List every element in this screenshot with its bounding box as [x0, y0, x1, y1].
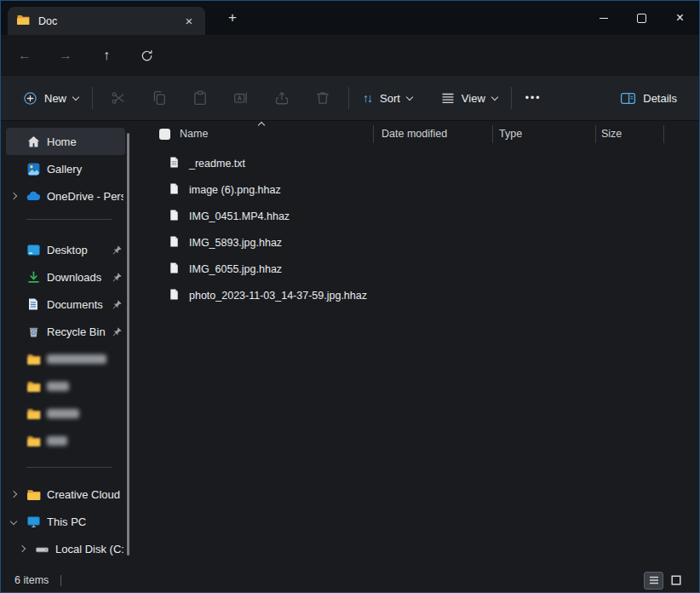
sidebar-item-creative-cloud[interactable]: Creative Cloud F [6, 481, 125, 508]
sidebar-item-recycle-bin[interactable]: Recycle Bin [6, 318, 125, 345]
more-dots-icon: ••• [525, 92, 542, 104]
onedrive-cloud-icon [25, 188, 42, 204]
chevron-right-icon[interactable] [10, 193, 17, 199]
sidebar-item-gallery[interactable]: Gallery [6, 155, 125, 182]
new-tab-button[interactable]: + [221, 9, 244, 27]
documents-icon [25, 297, 42, 311]
file-row[interactable]: photo_2023-11-03_14-37-59.jpg.hhaz [137, 282, 699, 308]
up-button[interactable]: ↑ [94, 43, 119, 68]
gallery-icon [25, 162, 42, 176]
chevron-down-icon [406, 94, 413, 101]
sidebar-item-label: Creative Cloud F [47, 488, 123, 501]
file-icon [168, 288, 181, 303]
details-pane-button[interactable]: Details [611, 83, 686, 113]
column-header-name[interactable]: Name [180, 128, 208, 140]
file-name: IMG_5893.jpg.hhaz [189, 237, 282, 249]
see-more-button[interactable]: ••• [517, 83, 550, 113]
sidebar-item-local-disk-c[interactable]: Local Disk (C:) [14, 535, 125, 562]
chevron-right-icon[interactable] [10, 491, 17, 498]
view-button[interactable]: View [433, 83, 506, 113]
sidebar-item-redacted[interactable] [6, 345, 125, 372]
sidebar-item-label: Home [47, 135, 123, 148]
minimize-icon [600, 18, 608, 19]
sidebar-item-downloads[interactable]: Downloads [6, 263, 125, 291]
file-row[interactable]: image (6).png.hhaz [137, 176, 699, 203]
chevron-right-icon[interactable] [19, 545, 26, 552]
tab-close-icon[interactable]: × [181, 14, 197, 29]
navigation-pane: Home Gallery OneDrive - Pers Desktop [1, 121, 137, 568]
file-row[interactable]: IMG_6055.jpg.hhaz [137, 256, 699, 282]
new-button[interactable]: New [14, 83, 87, 113]
back-button[interactable]: ← [12, 43, 37, 68]
column-divider[interactable] [373, 125, 374, 143]
details-view-toggle[interactable] [644, 572, 663, 590]
sort-button[interactable]: ↑↓ Sort [354, 83, 421, 113]
sort-ascending-icon [258, 122, 265, 129]
details-pane-icon [620, 91, 636, 106]
large-icons-view-toggle[interactable] [666, 572, 686, 590]
sort-arrows-icon: ↑↓ [363, 91, 371, 105]
share-button[interactable] [261, 83, 302, 113]
status-bar: 6 items [1, 568, 699, 592]
rename-button[interactable] [221, 83, 261, 113]
sidebar-item-documents[interactable]: Documents [6, 291, 125, 318]
recycle-bin-icon [25, 325, 42, 338]
sidebar-item-home[interactable]: Home [6, 128, 125, 155]
toolbar-divider [92, 87, 93, 109]
file-list-pane: Name Date modified Type Size _readme.txt… [137, 121, 699, 568]
tab-title: Doc [38, 15, 57, 27]
sidebar-item-label: Local Disk (C:) [55, 543, 123, 556]
toolbar-divider [348, 87, 349, 109]
sidebar-item-label: Gallery [47, 163, 123, 176]
close-icon: × [676, 11, 684, 25]
file-row[interactable]: IMG_0451.MP4.hhaz [137, 203, 699, 229]
file-row[interactable]: IMG_5893.jpg.hhaz [137, 229, 699, 256]
refresh-button[interactable] [134, 43, 159, 68]
file-name: IMG_6055.jpg.hhaz [189, 263, 282, 275]
tab-doc[interactable]: Doc × [8, 7, 205, 35]
rename-icon [233, 90, 249, 106]
file-name: IMG_0451.MP4.hhaz [189, 210, 290, 222]
sidebar-item-label: Desktop [47, 244, 106, 256]
sidebar-item-redacted[interactable] [6, 427, 125, 454]
cut-button[interactable] [98, 83, 139, 113]
maximize-button[interactable] [623, 1, 661, 35]
chevron-down-icon[interactable] [10, 518, 17, 525]
column-header-type[interactable]: Type [499, 128, 522, 140]
sidebar-item-this-pc[interactable]: This PC [6, 508, 125, 535]
sidebar-item-redacted[interactable] [6, 400, 125, 427]
file-row[interactable]: _readme.txt [137, 150, 699, 176]
column-divider[interactable] [663, 125, 664, 143]
redacted-label [47, 354, 106, 364]
pin-icon [111, 272, 123, 283]
file-rows: _readme.txt image (6).png.hhaz IMG_0451.… [137, 147, 699, 308]
folder-icon [25, 379, 42, 394]
column-header-size[interactable]: Size [601, 128, 622, 140]
redacted-label [47, 409, 79, 418]
minimize-button[interactable] [584, 1, 623, 35]
window-controls: × [584, 1, 699, 35]
close-button[interactable]: × [661, 1, 699, 35]
sidebar-item-label: This PC [47, 515, 123, 528]
column-divider[interactable] [492, 125, 493, 143]
view-button-label: View [462, 92, 485, 105]
file-name: _readme.txt [189, 158, 245, 170]
folder-icon [25, 434, 42, 448]
sidebar-scrollbar[interactable] [127, 133, 129, 556]
text-file-icon [168, 156, 181, 171]
plus-circle-icon [23, 91, 37, 106]
navigation-bar: ← → ↑ Doc [1, 35, 699, 76]
drive-icon [33, 542, 50, 556]
copy-button[interactable] [139, 83, 180, 113]
column-divider[interactable] [595, 125, 596, 143]
sidebar-item-redacted[interactable] [6, 372, 125, 400]
delete-button[interactable] [302, 83, 343, 113]
sidebar-item-onedrive[interactable]: OneDrive - Pers [6, 182, 125, 210]
sidebar-item-desktop[interactable]: Desktop [6, 236, 125, 263]
forward-button[interactable]: → [53, 43, 78, 68]
paste-icon [192, 90, 208, 106]
select-all-checkbox[interactable] [159, 129, 170, 140]
column-header-date-modified[interactable]: Date modified [382, 128, 447, 140]
folder-icon [25, 487, 42, 502]
paste-button[interactable] [180, 83, 221, 113]
